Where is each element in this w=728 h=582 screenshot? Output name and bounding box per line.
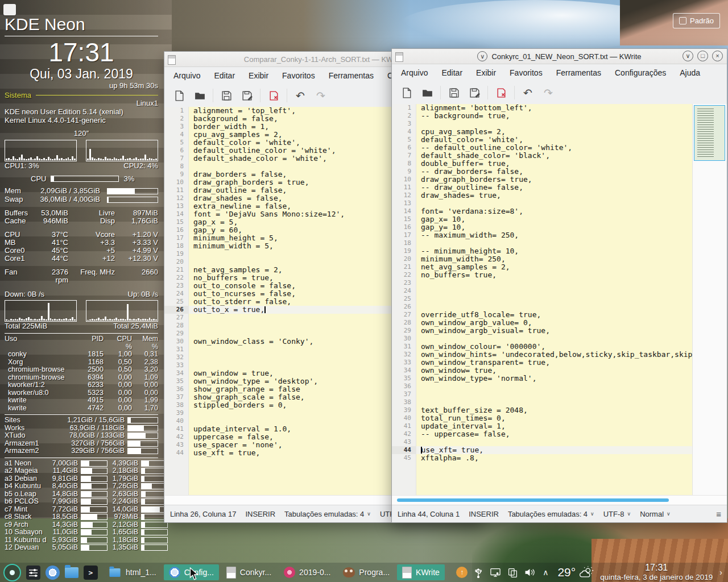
updates-tray-icon[interactable]: ↑ xyxy=(456,567,468,578)
task-button-conkyrc[interactable]: Conkyr... xyxy=(221,564,276,580)
editor-line[interactable]: 45 xftalpha= .8, xyxy=(392,454,727,462)
editor-line[interactable]: 23 xyxy=(392,279,727,287)
menu-item[interactable]: Exibir xyxy=(469,65,503,80)
clipboard-tray-icon[interactable] xyxy=(506,566,519,579)
editor-line[interactable]: 34 own_window= true, xyxy=(392,367,727,375)
menu-item[interactable]: Arquivo xyxy=(167,68,207,83)
usb-device-tray-icon[interactable] xyxy=(472,566,485,579)
menu-item[interactable]: Ferramentas xyxy=(549,65,608,80)
editor-line[interactable]: 7 default_shade_color= 'black', xyxy=(392,152,727,160)
editor-line[interactable]: 41 update_interval= 1, xyxy=(392,422,727,430)
editor-line[interactable]: 42 -- uppercase= false, xyxy=(392,430,727,438)
syntax-selector[interactable]: Normal ∨ xyxy=(640,510,671,518)
digital-clock[interactable]: 17:31 quinta-feira, 3 de janeiro de 2019 xyxy=(600,563,713,582)
editor-line[interactable]: 21 net_avg_samples = 2, xyxy=(392,263,727,271)
save-button[interactable] xyxy=(216,87,237,104)
close-document-button[interactable] xyxy=(263,87,284,104)
redo-button[interactable]: ↷ xyxy=(311,87,331,104)
maximize-button[interactable]: □ xyxy=(697,51,708,61)
editor-line[interactable]: 35 own_window_type= 'normal', xyxy=(392,375,727,383)
editor-line[interactable]: 6 -- default_outline_color= 'white', xyxy=(392,144,727,152)
editor-line[interactable]: 32 own_window_hints= 'undecorated,below,… xyxy=(392,351,727,359)
editor-line[interactable]: 11 -- draw_outline= false, xyxy=(392,184,727,192)
editor-line[interactable]: 43 xyxy=(392,438,727,446)
editor-area[interactable]: 1 alignment= 'bottom_left', 2 -- backgro… xyxy=(392,104,727,495)
menu-item[interactable]: Configurações xyxy=(608,65,673,80)
task-button-programa[interactable]: Progra... xyxy=(338,564,395,580)
tab-mode-selector[interactable]: Tabulações emuladas: 4 ∨ xyxy=(508,510,594,518)
insert-mode[interactable]: INSERIR xyxy=(469,510,499,518)
task-button-html1[interactable]: html_1... xyxy=(103,564,162,580)
encoding-selector[interactable]: UTF-8 ∨ xyxy=(603,510,631,518)
editor-line[interactable]: 38 xyxy=(392,398,727,406)
kwrite-window-conkyrc[interactable]: ∨ Conkyrc_01_NEW_Neon_SORT.txt — KWrite … xyxy=(391,48,727,523)
save-as-button[interactable] xyxy=(237,87,257,104)
editor-line[interactable]: 28 own_window_argb_value= 0, xyxy=(392,319,727,327)
task-button-2019[interactable]: 2019-0... xyxy=(279,564,336,580)
minimize-button[interactable]: ∨ xyxy=(682,51,693,61)
menu-item[interactable]: Editar xyxy=(435,65,469,80)
editor-line[interactable]: 24 xyxy=(392,287,727,295)
editor-line[interactable]: 37 xyxy=(392,390,727,398)
editor-line[interactable]: 20 minimum_width= 250, xyxy=(392,255,727,263)
keep-below-button[interactable]: ∨ xyxy=(477,51,487,61)
menu-item[interactable]: Arquivo xyxy=(394,65,435,80)
tray-expander-icon[interactable]: ∧ xyxy=(540,568,551,577)
editor-line[interactable]: 40 total_run_times= 0, xyxy=(392,414,727,422)
terminal-launcher-button[interactable]: > xyxy=(84,566,98,580)
editor-line[interactable]: 2 -- background= true, xyxy=(392,112,727,120)
editor-line[interactable]: 8 double_buffer= true, xyxy=(392,160,727,168)
vertical-scrollbar-track[interactable] xyxy=(692,104,727,495)
editor-line[interactable]: 31 own_window_colour= '000000', xyxy=(392,343,727,351)
new-document-button[interactable] xyxy=(169,87,189,104)
new-document-button[interactable] xyxy=(396,84,417,101)
editor-line[interactable]: 12 draw_shades= true, xyxy=(392,192,727,199)
file-manager-launcher-button[interactable] xyxy=(65,567,78,578)
editor-line[interactable]: 3 xyxy=(392,120,727,128)
editor-line[interactable]: 4 cpu_avg_samples= 2, xyxy=(392,128,727,136)
close-button[interactable]: × xyxy=(712,51,723,61)
volume-tray-icon[interactable] xyxy=(523,566,536,579)
editor-line[interactable]: 16 gap_y= 10, xyxy=(392,223,727,231)
open-document-button[interactable] xyxy=(417,84,437,101)
undo-button[interactable]: ↶ xyxy=(290,87,311,104)
menu-item[interactable]: Favoritos xyxy=(275,68,322,83)
undo-button[interactable]: ↶ xyxy=(518,84,538,101)
open-document-button[interactable] xyxy=(189,87,210,104)
close-document-button[interactable] xyxy=(491,84,511,101)
titlebar[interactable]: ∨ Conkyrc_01_NEW_Neon_SORT.txt — KWrite … xyxy=(392,49,727,64)
horizontal-scrollbar-thumb[interactable] xyxy=(397,498,669,502)
menu-item[interactable]: Favoritos xyxy=(503,65,549,80)
insert-mode[interactable]: INSERIR xyxy=(245,510,275,518)
statusbar-menu-icon[interactable]: ≡ xyxy=(716,509,721,519)
menu-item[interactable]: Exibir xyxy=(242,68,275,83)
editor-line[interactable]: 44 use_xft= true, xyxy=(392,446,727,454)
display-tray-icon[interactable] xyxy=(489,566,502,579)
panel-expander-icon[interactable]: › xyxy=(717,568,725,577)
editor-line[interactable]: 29 own_window_argb_visual= true, xyxy=(392,327,727,335)
editor-line[interactable]: 10 draw_graph_borders= true, xyxy=(392,176,727,184)
weather-widget[interactable]: 29° xyxy=(557,566,594,580)
editor-line[interactable]: 18 xyxy=(392,239,727,247)
menu-item[interactable]: Ajuda xyxy=(673,65,707,80)
editor-line[interactable]: 27 override_utf8_locale= true, xyxy=(392,311,727,319)
horizontal-scrollbar-track[interactable] xyxy=(392,495,727,505)
save-as-button[interactable] xyxy=(464,84,485,101)
app-launcher-button[interactable] xyxy=(3,564,21,581)
menu-item[interactable]: Ferramentas xyxy=(322,68,380,83)
editor-line[interactable]: 13 xyxy=(392,199,727,207)
desktop[interactable]: Padrão KDE Neon 17:31 Qui, 03 Jan. 2019 … xyxy=(0,0,728,582)
task-button-kwrite[interactable]: KWrite xyxy=(397,564,445,580)
redo-button[interactable]: ↷ xyxy=(538,84,559,101)
settings-launcher-button[interactable] xyxy=(26,566,40,580)
editor-line[interactable]: 39 text_buffer_size = 2048, xyxy=(392,406,727,414)
editor-line[interactable]: 22 no_buffers= true, xyxy=(392,271,727,279)
editor-line[interactable]: 15 gap_x= 10, xyxy=(392,215,727,223)
editor-line[interactable]: 9 -- draw_borders= false, xyxy=(392,168,727,176)
editor-line[interactable]: 36 xyxy=(392,383,727,390)
tab-mode-selector[interactable]: Tabulações emuladas: 4 ∨ xyxy=(284,510,371,518)
editor-line[interactable]: 25 xyxy=(392,295,727,303)
activity-padrao-button[interactable]: Padrão xyxy=(673,13,720,28)
editor-line[interactable]: 33 own_window_transparent= true, xyxy=(392,359,727,367)
save-button[interactable] xyxy=(444,84,464,101)
